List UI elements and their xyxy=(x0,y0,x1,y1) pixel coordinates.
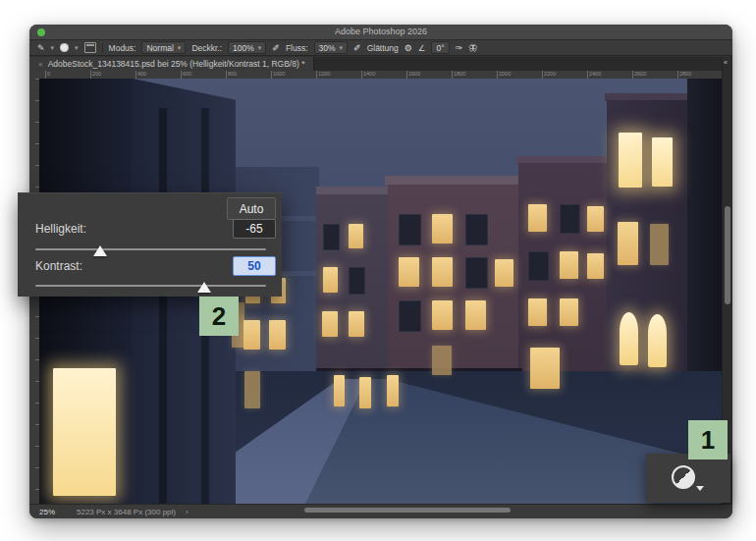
ruler-tick-label: 200 xyxy=(90,71,101,79)
lit-window xyxy=(322,311,338,337)
lit-window xyxy=(432,346,452,375)
step-badge-1: 1 xyxy=(688,420,728,460)
document-tab-bar: × AdobeStock_134138415.psd bei 25% (Hell… xyxy=(29,57,732,71)
ruler-tick-label: 1000 xyxy=(271,71,285,79)
lit-window xyxy=(243,320,260,350)
lit-window xyxy=(465,300,486,330)
brush-preset-preview[interactable] xyxy=(60,43,69,52)
lit-window xyxy=(650,224,669,265)
opacity-dropdown[interactable]: 100% ▾ xyxy=(228,41,266,54)
contrast-slider-thumb[interactable] xyxy=(197,282,211,293)
airbrush-icon[interactable]: ✐ xyxy=(353,43,361,53)
brightness-contrast-panel: Auto Helligkeit: -65 Kontrast: 50 xyxy=(18,192,282,297)
lit-window xyxy=(323,267,338,293)
mode-dropdown[interactable]: Normal ▾ xyxy=(141,41,186,54)
ruler-tick-label: 0 xyxy=(45,71,50,79)
ruler-tick-label: 1600 xyxy=(406,71,420,79)
brightness-slider-thumb[interactable] xyxy=(93,245,107,256)
lit-window xyxy=(618,222,638,265)
lit-window xyxy=(528,251,549,281)
brightness-slider[interactable] xyxy=(35,248,266,250)
lit-window xyxy=(334,375,345,406)
lit-window xyxy=(432,300,453,330)
horizontal-scrollbar[interactable] xyxy=(304,508,511,513)
lit-window xyxy=(530,348,560,389)
lit-window xyxy=(432,214,453,243)
lit-window xyxy=(587,253,604,279)
chevron-down-icon: ▾ xyxy=(258,44,262,52)
flow-label: Fluss: xyxy=(286,43,308,53)
opacity-label: Deckkr.: xyxy=(191,43,222,53)
chevron-down-icon: ▾ xyxy=(340,44,344,52)
lit-window xyxy=(53,368,116,496)
mode-label: Modus: xyxy=(109,43,136,53)
lit-window xyxy=(619,133,642,188)
building-pilaster xyxy=(159,108,167,504)
adjustment-layer-icon[interactable] xyxy=(672,465,695,489)
angle-symbol: ∠ xyxy=(418,43,426,53)
document-tab-title: AdobeStock_134138415.psd bei 25% (Hellig… xyxy=(48,59,305,69)
ruler-tick-label: 1200 xyxy=(316,71,330,79)
brush-preset-caret-icon[interactable]: ▾ xyxy=(75,44,79,52)
lit-window xyxy=(652,137,673,187)
ruler-tick-label: 2000 xyxy=(497,71,511,79)
ruler-tick-label: 1400 xyxy=(361,71,375,79)
lit-window xyxy=(387,375,399,406)
brightness-value-field[interactable]: -65 xyxy=(233,219,276,239)
smoothing-gear-icon[interactable]: ⚙ xyxy=(405,43,412,53)
opacity-pressure-icon[interactable]: ✐ xyxy=(272,43,280,53)
lit-window xyxy=(349,311,364,337)
zoom-level[interactable]: 25% xyxy=(39,508,55,516)
auto-button[interactable]: Auto xyxy=(227,197,276,220)
lit-window xyxy=(399,300,421,332)
document-tab[interactable]: × AdobeStock_134138415.psd bei 25% (Hell… xyxy=(29,57,314,71)
app-title: Adobe Photoshop 2026 xyxy=(29,27,732,36)
lit-window xyxy=(587,206,604,232)
size-pressure-icon[interactable]: ✑ xyxy=(456,43,463,53)
chevron-down-icon: ▾ xyxy=(178,44,182,52)
symmetry-icon[interactable]: 🦋︎ xyxy=(468,43,477,53)
lit-window xyxy=(648,314,667,367)
brush-tool-icon[interactable]: ✎ xyxy=(37,43,45,53)
ruler-tick-label: 1800 xyxy=(452,71,465,79)
contrast-label: Kontrast: xyxy=(35,259,82,273)
lit-window xyxy=(528,204,547,232)
lit-window xyxy=(359,377,371,408)
brightness-label: Helligkeit: xyxy=(35,222,86,236)
lit-window xyxy=(349,267,365,295)
smoothing-label: Glättung xyxy=(367,43,399,53)
lit-window xyxy=(495,259,513,287)
lit-window xyxy=(323,224,340,250)
ruler-tick-label: 2200 xyxy=(542,71,556,79)
ruler-tick-label: 2400 xyxy=(587,71,601,79)
flow-dropdown[interactable]: 30% ▾ xyxy=(314,41,349,54)
options-bar: ✎ ▾ ▾ Modus: Normal ▾ Deckkr.: 100% ▾ ✐ … xyxy=(29,40,732,56)
contrast-slider[interactable] xyxy=(35,285,266,287)
document-info: 5223 Px x 3648 Px (300 ppi) xyxy=(77,508,176,516)
lit-window xyxy=(465,214,488,245)
lit-window xyxy=(399,257,419,287)
ruler-tick-label: 600 xyxy=(181,71,191,79)
separator xyxy=(102,43,103,53)
tool-preset-caret-icon[interactable]: ▾ xyxy=(51,44,55,52)
adjustment-caret-icon xyxy=(696,486,704,491)
lit-window xyxy=(560,298,578,326)
ruler-tick-label: 800 xyxy=(226,71,237,79)
ruler-tick-label: 2800 xyxy=(677,71,691,79)
tab-close-icon[interactable]: × xyxy=(38,60,43,69)
lit-window xyxy=(244,371,260,408)
ruler-tick-label: 2600 xyxy=(632,71,646,79)
dock-collapse-icon[interactable]: « xyxy=(724,59,728,66)
lit-window xyxy=(528,298,547,326)
brush-angle-field[interactable]: 0° xyxy=(431,41,449,54)
contrast-value-field[interactable]: 50 xyxy=(233,256,276,276)
lit-window xyxy=(399,214,421,245)
brush-settings-panel-icon[interactable] xyxy=(84,42,96,53)
status-chevron-icon[interactable]: › xyxy=(186,508,189,516)
vertical-scrollbar[interactable] xyxy=(725,206,730,304)
title-bar: Adobe Photoshop 2026 xyxy=(29,25,732,40)
step-badge-2: 2 xyxy=(199,297,239,336)
lit-window xyxy=(269,320,286,350)
lit-window xyxy=(560,204,580,234)
adjustment-layer-popup xyxy=(646,454,730,503)
